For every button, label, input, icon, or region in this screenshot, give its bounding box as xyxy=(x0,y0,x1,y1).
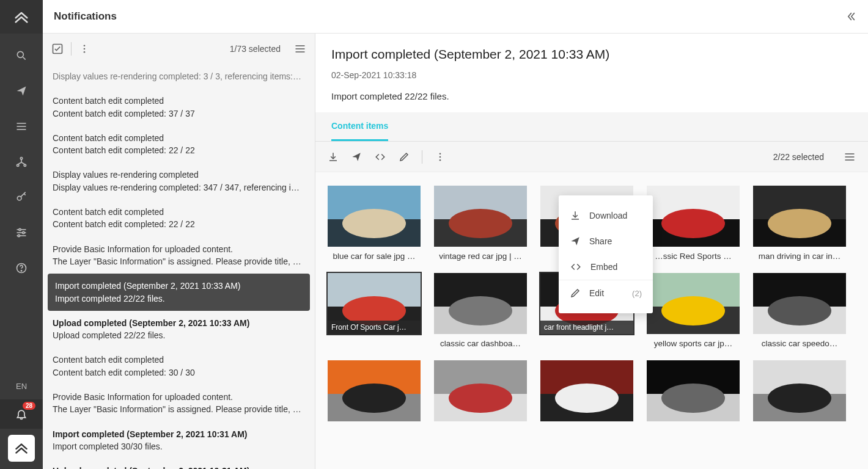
embed-icon[interactable] xyxy=(374,151,386,162)
content-item[interactable]: classic car dashboa… xyxy=(434,273,527,348)
tab-content-items[interactable]: Content items xyxy=(331,112,388,141)
notification-item[interactable]: Content batch edit completedContent batc… xyxy=(43,200,315,237)
content-item[interactable] xyxy=(753,360,846,426)
svg-point-42 xyxy=(661,209,725,238)
ctx-download[interactable]: Download xyxy=(559,203,653,228)
view-options-icon[interactable] xyxy=(844,151,856,163)
thumbnail[interactable] xyxy=(540,360,633,421)
svg-point-25 xyxy=(440,153,441,155)
thumbnail[interactable] xyxy=(647,360,740,421)
collapse-panel-icon[interactable] xyxy=(845,10,857,23)
rail-bottom: EN 28 xyxy=(0,373,43,469)
thumbnail[interactable] xyxy=(434,186,527,247)
hierarchy-icon[interactable] xyxy=(14,155,29,169)
context-menu: Download Share Embed Edit (2) xyxy=(559,195,653,313)
more-icon-items[interactable] xyxy=(435,151,446,162)
thumbnail-caption: classic car dashboa… xyxy=(434,339,527,348)
notification-item[interactable]: Provide Basic Information for uploaded c… xyxy=(43,385,315,422)
content-item[interactable]: blue car for sale jpg … xyxy=(328,186,421,261)
page-header: Notifications xyxy=(43,0,868,34)
download-icon xyxy=(570,210,581,221)
content-item[interactable]: man driving in car in… xyxy=(753,186,846,261)
notification-description: Content batch edit completed: 22 / 22 xyxy=(53,218,305,230)
notifications-bell[interactable]: 28 xyxy=(0,399,43,429)
key-icon[interactable] xyxy=(14,190,29,205)
share-icon[interactable] xyxy=(14,84,29,98)
thumbnail[interactable] xyxy=(647,273,740,334)
content-item[interactable] xyxy=(434,360,527,426)
notification-description: Content batch edit completed: 37 / 37 xyxy=(53,107,305,120)
content-item[interactable] xyxy=(328,360,421,426)
thumbnail[interactable] xyxy=(434,360,527,421)
notification-item[interactable]: Upload completed (September 2, 2021 10:3… xyxy=(43,459,315,469)
sliders-icon[interactable] xyxy=(14,225,29,240)
notification-description: The Layer "Basic Information" is assigne… xyxy=(53,403,305,415)
svg-point-0 xyxy=(17,51,23,57)
thumbnail[interactable] xyxy=(753,186,846,247)
notification-item[interactable]: Import completed (September 2, 2021 10:3… xyxy=(43,422,315,459)
svg-point-5 xyxy=(20,158,22,159)
notification-item[interactable]: Upload completed (September 2, 2021 10:3… xyxy=(43,311,315,348)
thumbnail-caption: classic car speedo… xyxy=(753,339,846,348)
notification-item[interactable]: Content batch edit completedContent batc… xyxy=(43,89,315,126)
svg-point-66 xyxy=(449,384,512,413)
svg-point-6 xyxy=(17,164,19,166)
select-all-icon[interactable] xyxy=(51,43,64,55)
thumbnail-caption: man driving in car in… xyxy=(753,252,846,261)
edit-icon[interactable] xyxy=(399,151,410,162)
search-icon[interactable] xyxy=(14,48,29,63)
help-icon[interactable] xyxy=(14,261,29,275)
ctx-embed-label: Embed xyxy=(590,262,617,272)
content-item[interactable]: yellow sports car jp… xyxy=(647,273,740,348)
detail-panel: Import completed (September 2, 2021 10:3… xyxy=(315,34,868,469)
language-selector[interactable]: EN xyxy=(16,373,27,399)
more-icon[interactable] xyxy=(79,43,90,54)
svg-point-26 xyxy=(440,156,441,158)
thumbnail[interactable] xyxy=(753,273,846,334)
svg-point-8 xyxy=(17,196,21,200)
notification-item[interactable]: Display values re-rendering completedDis… xyxy=(43,162,315,200)
thumbnail[interactable]: Front Of Sports Car j… xyxy=(328,273,421,334)
svg-point-60 xyxy=(768,296,831,325)
notification-title: Content batch edit completed xyxy=(53,95,305,107)
svg-point-63 xyxy=(342,384,406,413)
thumbnail[interactable] xyxy=(753,360,846,421)
list-settings-icon[interactable] xyxy=(294,43,306,55)
app-logo[interactable] xyxy=(0,0,43,34)
notification-title: Content batch edit completed xyxy=(53,132,305,144)
ctx-edit-count: (2) xyxy=(632,289,642,298)
ctx-edit[interactable]: Edit (2) xyxy=(559,280,653,306)
content-item[interactable] xyxy=(647,360,740,426)
ctx-share[interactable]: Share xyxy=(559,228,653,254)
svg-point-33 xyxy=(342,209,406,238)
content-item[interactable]: …ssic Red Sports … xyxy=(647,186,740,261)
content-item[interactable] xyxy=(540,360,633,426)
thumbnail[interactable] xyxy=(328,186,421,247)
notification-item[interactable]: Content batch edit completedContent batc… xyxy=(43,347,315,385)
download-icon[interactable] xyxy=(328,151,339,162)
notification-item[interactable]: Provide Basic Information for uploaded c… xyxy=(43,237,315,274)
notification-item[interactable]: Display values re-rendering completed: 3… xyxy=(43,64,315,89)
svg-point-72 xyxy=(661,384,725,413)
menu-lines-icon[interactable] xyxy=(14,119,29,134)
notification-item[interactable]: Content batch edit completedContent batc… xyxy=(43,126,315,163)
ctx-embed[interactable]: Embed xyxy=(559,254,653,280)
share-icon-toolbar[interactable] xyxy=(351,151,362,162)
thumbnail[interactable] xyxy=(328,360,421,421)
content-item[interactable]: Front Of Sports Car j…. xyxy=(328,273,421,348)
svg-point-69 xyxy=(555,384,619,413)
notification-title: Display values re-rendering completed: 3… xyxy=(53,70,305,82)
thumbnail[interactable] xyxy=(647,186,740,247)
notifications-panel: 1/73 selected Display values re-renderin… xyxy=(43,34,315,469)
content-item[interactable]: classic car speedo… xyxy=(753,273,846,348)
notifications-list[interactable]: Display values re-rendering completed: 3… xyxy=(43,64,315,469)
content-item[interactable]: vintage red car jpg | … xyxy=(434,186,527,261)
thumbnail-caption: vintage red car jpg | … xyxy=(434,252,527,261)
notification-title: Import completed (September 2, 2021 10:3… xyxy=(55,280,303,292)
notification-description: The Layer "Basic Information" is assigne… xyxy=(53,255,305,267)
brand-logo-small[interactable] xyxy=(8,435,35,462)
thumbnail[interactable] xyxy=(434,273,527,334)
svg-point-7 xyxy=(24,164,26,166)
notification-item[interactable]: Import completed (September 2, 2021 10:3… xyxy=(48,274,310,311)
ctx-edit-label: Edit xyxy=(589,288,604,298)
